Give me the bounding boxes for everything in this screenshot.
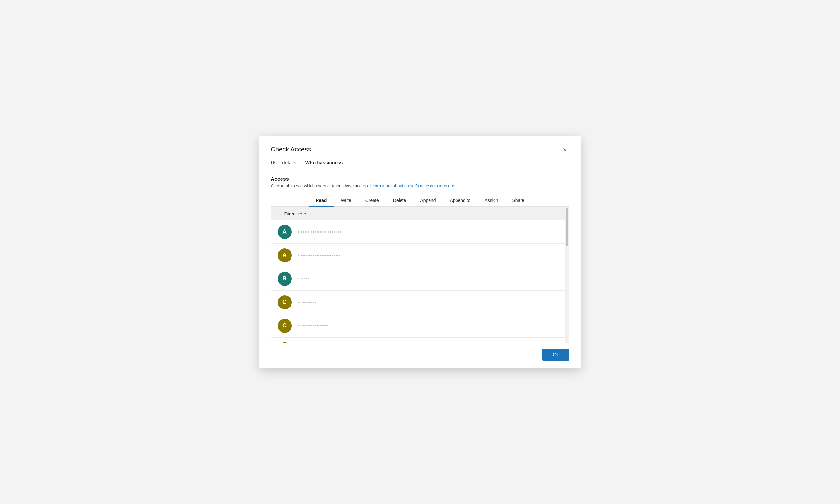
content-area: ⌄ Direct role A ••••••• ••••••••• •••• •… bbox=[271, 207, 569, 343]
tab-who-has-access[interactable]: Who has access bbox=[305, 160, 343, 169]
list-item: B • ••••• bbox=[271, 267, 569, 291]
tab-user-details[interactable]: User details bbox=[271, 160, 296, 169]
access-tab-share[interactable]: Share bbox=[505, 195, 531, 207]
learn-more-link[interactable]: Learn more about a user's access to a re… bbox=[370, 183, 455, 188]
access-tab-delete[interactable]: Delete bbox=[386, 195, 413, 207]
direct-role-label: Direct role bbox=[284, 211, 306, 216]
access-section-title: Access bbox=[271, 176, 569, 182]
ok-button[interactable]: Ok bbox=[542, 349, 569, 361]
access-tab-assign[interactable]: Assign bbox=[478, 195, 505, 207]
user-list: A ••••••• ••••••••• •••• ••• A • •••••••… bbox=[271, 220, 569, 343]
access-tab-append-to[interactable]: Append to bbox=[443, 195, 478, 207]
main-tabs: User details Who has access bbox=[271, 160, 569, 169]
avatar: A bbox=[278, 248, 292, 263]
chevron-down-icon: ⌄ bbox=[278, 211, 281, 216]
dialog-footer: Ok bbox=[271, 349, 569, 361]
check-access-dialog: Check Access × User details Who has acce… bbox=[259, 136, 581, 368]
scrollbar-thumb bbox=[566, 208, 569, 246]
access-tabs-row: Read Write Create Delete Append Append t… bbox=[271, 195, 569, 207]
avatar: C bbox=[278, 295, 292, 309]
user-name: •• ••••••••••••••• bbox=[298, 323, 328, 328]
dialog-header: Check Access × bbox=[271, 145, 569, 154]
avatar: B bbox=[278, 272, 292, 286]
list-item: A • ••••••••••••••••••••••• bbox=[271, 244, 569, 267]
user-name: • ••••••••••••••••••••••• bbox=[298, 253, 341, 258]
access-tab-write[interactable]: Write bbox=[334, 195, 358, 207]
dialog-title: Check Access bbox=[271, 146, 311, 153]
access-section-desc: Click a tab to see which users or teams … bbox=[271, 183, 569, 188]
list-item: A ••••••• ••••••••• •••• ••• bbox=[271, 220, 569, 244]
avatar: C bbox=[278, 342, 292, 343]
avatar: C bbox=[278, 319, 292, 333]
access-tab-read[interactable]: Read bbox=[308, 195, 334, 207]
scrollbar[interactable] bbox=[565, 207, 569, 343]
list-item: C •• ••••••••••••••• bbox=[271, 314, 569, 338]
access-tab-create[interactable]: Create bbox=[358, 195, 386, 207]
close-button[interactable]: × bbox=[560, 145, 569, 154]
user-name: • ••••• bbox=[298, 276, 309, 282]
list-item: C •• •••••••• bbox=[271, 291, 569, 314]
access-desc-text: Click a tab to see which users or teams … bbox=[271, 183, 369, 188]
list-item: C •• ••••••••••••••• bbox=[271, 338, 569, 343]
access-tab-append[interactable]: Append bbox=[413, 195, 443, 207]
user-list-scroll[interactable]: A ••••••• ••••••••• •••• ••• A • •••••••… bbox=[271, 220, 569, 343]
direct-role-header[interactable]: ⌄ Direct role bbox=[271, 207, 569, 220]
user-name: ••••••• ••••••••• •••• ••• bbox=[298, 229, 342, 234]
avatar: A bbox=[278, 225, 292, 239]
user-name: •• •••••••• bbox=[298, 300, 316, 305]
